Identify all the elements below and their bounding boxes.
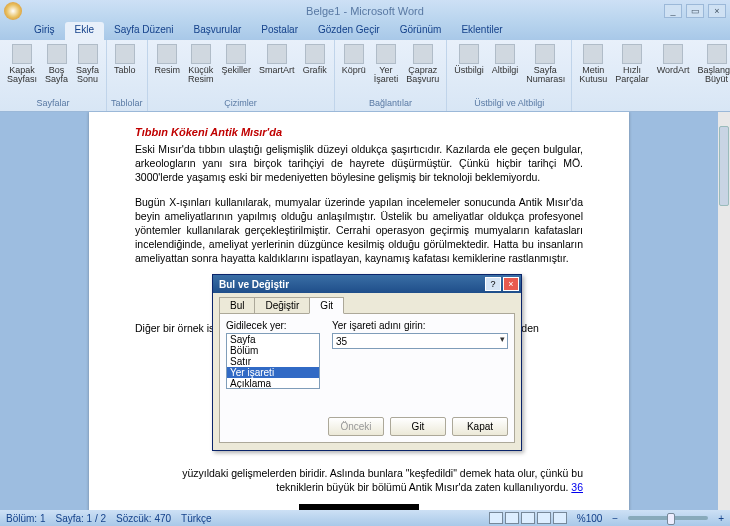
ribbon-tab[interactable]: Ekle [65, 22, 104, 40]
ribbon-button[interactable]: Grafik [300, 42, 330, 77]
dialog-tab[interactable]: Değiştir [254, 297, 310, 314]
ribbon-tab[interactable]: Sayfa Düzeni [104, 22, 183, 40]
ribbon-group-label: Tablolar [111, 98, 143, 109]
ribbon-tab[interactable]: Postalar [251, 22, 308, 40]
ribbon-button-icon [305, 44, 325, 64]
goto-list-item[interactable]: Satır [227, 356, 319, 367]
ribbon-button-label: WordArt [657, 66, 690, 75]
ribbon-button[interactable]: Resim [152, 42, 184, 77]
ribbon-button-icon [622, 44, 642, 64]
close-dialog-button[interactable]: Kapat [452, 417, 508, 436]
dialog-tab-bar: BulDeğiştirGit [213, 293, 521, 314]
goto-list-item[interactable]: Sayfa [227, 334, 319, 345]
close-button[interactable]: × [708, 4, 726, 18]
ribbon-button[interactable]: Yer İşareti [371, 42, 402, 86]
ribbon-button[interactable]: Kapak Sayfası [4, 42, 40, 86]
ribbon-button[interactable]: Çapraz Başvuru [403, 42, 442, 86]
status-bar: Bölüm: 1 Sayfa: 1 / 2 Sözcük: 470 Türkçe… [0, 510, 730, 526]
ribbon-tab[interactable]: Eklentiler [451, 22, 512, 40]
ribbon-tab[interactable]: Gözden Geçir [308, 22, 390, 40]
dialog-help-button[interactable]: ? [485, 277, 501, 291]
outline-view-icon[interactable] [537, 512, 551, 524]
ribbon-button-label: Çapraz Başvuru [406, 66, 439, 84]
ribbon-button-icon [47, 44, 67, 64]
maximize-button[interactable]: ▭ [686, 4, 704, 18]
ribbon-group-label: Çizimler [152, 98, 330, 109]
ribbon-tab[interactable]: Giriş [24, 22, 65, 40]
web-layout-view-icon[interactable] [521, 512, 535, 524]
doc-paragraph: yüzyıldaki gelişmelerden biridir. Aslınd… [135, 466, 583, 494]
full-screen-view-icon[interactable] [505, 512, 519, 524]
zoom-out-button[interactable]: − [612, 513, 618, 524]
draft-view-icon[interactable] [553, 512, 567, 524]
zoom-level[interactable]: %100 [577, 513, 603, 524]
zoom-slider[interactable] [628, 516, 708, 520]
goto-list-item[interactable]: Açıklama [227, 378, 319, 389]
ribbon-button-icon [663, 44, 683, 64]
status-page[interactable]: Sayfa: 1 / 2 [55, 513, 106, 524]
ribbon-button-label: Kapak Sayfası [7, 66, 37, 84]
dialog-tab[interactable]: Bul [219, 297, 255, 314]
ribbon-button[interactable]: Başlangıcı Büyüt [695, 42, 730, 86]
ribbon-button-label: Küçük Resim [188, 66, 214, 84]
dialog-close-button[interactable]: × [503, 277, 519, 291]
minimize-button[interactable]: _ [664, 4, 682, 18]
ribbon-group: Kapak SayfasıBoş SayfaSayfa SonuSayfalar [0, 40, 107, 111]
goto-list-item[interactable]: Bölüm [227, 345, 319, 356]
bookmark-name-input[interactable] [332, 333, 508, 349]
footnote-link[interactable]: 36 [571, 481, 583, 493]
ribbon-button-label: SmartArt [259, 66, 295, 75]
ribbon-button[interactable]: Köprü [339, 42, 369, 77]
ribbon-button[interactable]: Hızlı Parçalar [612, 42, 652, 86]
goto-list-item[interactable]: Yer işareti [227, 367, 319, 378]
vertical-scrollbar[interactable] [718, 112, 730, 510]
ribbon-button-icon [413, 44, 433, 64]
ribbon-button-icon [267, 44, 287, 64]
ribbon-button[interactable]: Metin Kutusu [576, 42, 610, 86]
ribbon-button-icon [344, 44, 364, 64]
ribbon-tab-bar: GirişEkleSayfa DüzeniBaşvurularPostalarG… [0, 22, 730, 40]
status-words[interactable]: Sözcük: 470 [116, 513, 171, 524]
ribbon-button-label: Yer İşareti [374, 66, 399, 84]
ribbon-button[interactable]: Sayfa Sonu [73, 42, 102, 86]
ribbon-button-icon [376, 44, 396, 64]
save-icon[interactable] [28, 4, 42, 18]
ribbon-button[interactable]: WordArt [654, 42, 693, 77]
ribbon-button[interactable]: Şekiller [219, 42, 255, 77]
ribbon-button[interactable]: SmartArt [256, 42, 298, 77]
ribbon-tab[interactable]: Görünüm [390, 22, 452, 40]
print-layout-view-icon[interactable] [489, 512, 503, 524]
undo-icon[interactable] [45, 4, 59, 18]
ribbon-button[interactable]: Boş Sayfa [42, 42, 71, 86]
status-section[interactable]: Bölüm: 1 [6, 513, 45, 524]
zoom-in-button[interactable]: + [718, 513, 724, 524]
ribbon-button-label: Başlangıcı Büyüt [698, 66, 730, 84]
ribbon: Kapak SayfasıBoş SayfaSayfa SonuSayfalar… [0, 40, 730, 112]
bookmark-name-label: Yer işareti adını girin: [332, 320, 508, 331]
scroll-thumb[interactable] [719, 126, 729, 206]
window-title: Belge1 - Microsoft Word [306, 5, 424, 17]
dialog-tab[interactable]: Git [309, 297, 344, 314]
ribbon-button[interactable]: Altbilgi [489, 42, 522, 77]
ribbon-button-icon [78, 44, 98, 64]
ribbon-button-label: Sayfa Numarası [526, 66, 564, 84]
ribbon-group: TabloTablolar [107, 40, 148, 111]
goto-list[interactable]: SayfaBölümSatırYer işaretiAçıklamaDipnot [226, 333, 320, 389]
doc-heading: Tıbbın Kökeni Antik Mısır'da [135, 126, 583, 138]
office-button[interactable] [4, 2, 22, 20]
ribbon-button[interactable]: Küçük Resim [185, 42, 217, 86]
status-language[interactable]: Türkçe [181, 513, 212, 524]
ribbon-button[interactable]: Üstbilgi [451, 42, 487, 77]
ribbon-button-label: Şekiller [222, 66, 252, 75]
ribbon-button-icon [12, 44, 32, 64]
ribbon-button[interactable]: Tablo [111, 42, 139, 77]
doc-paragraph: Bugün X-ışınları kullanılarak, mumyalar … [135, 195, 583, 266]
ribbon-button-label: Köprü [342, 66, 366, 75]
redo-icon[interactable] [62, 4, 76, 18]
ribbon-group-label: Sayfalar [4, 98, 102, 109]
ribbon-button[interactable]: Sayfa Numarası [523, 42, 567, 86]
ribbon-button-icon [115, 44, 135, 64]
previous-button[interactable]: Önceki [328, 417, 384, 436]
ribbon-tab[interactable]: Başvurular [184, 22, 252, 40]
go-button[interactable]: Git [390, 417, 446, 436]
